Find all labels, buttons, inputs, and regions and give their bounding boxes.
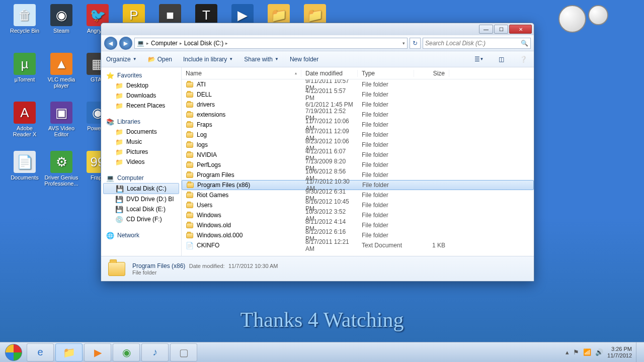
chevron-right-icon[interactable]: ▸: [180, 41, 182, 46]
search-input[interactable]: [425, 40, 521, 47]
volume-icon[interactable]: 🔊: [595, 348, 603, 356]
taskbar-button[interactable]: ◉: [113, 343, 140, 361]
dropdown-arrow-icon[interactable]: ▸: [146, 41, 149, 46]
file-row[interactable]: extensions7/19/2011 2:52 PMFile folder: [182, 110, 534, 120]
cpu-meter-gadget[interactable]: [558, 5, 619, 45]
file-row[interactable]: drivers6/1/2012 1:45 PMFile folder: [182, 100, 534, 110]
share-with-menu[interactable]: Share with▼: [244, 56, 279, 63]
folder-icon: [186, 181, 194, 189]
sidebar-item[interactable]: 💾DVD Drive (D:) BI: [101, 194, 181, 204]
file-row[interactable]: Windows.old.0008/12/2012 6:16 PMFile fol…: [182, 230, 534, 240]
folder-icon: [186, 201, 194, 209]
search-icon[interactable]: 🔍: [521, 40, 528, 47]
file-row[interactable]: Users8/16/2012 10:45 PMFile folder: [182, 200, 534, 210]
sidebar-item[interactable]: 📁Videos: [101, 157, 181, 167]
details-title: Program Files (x86): [132, 262, 185, 269]
sidebar-item[interactable]: 📁Documents: [101, 127, 181, 137]
sidebar-item[interactable]: 💾Local Disk (C:): [103, 183, 179, 194]
column-name[interactable]: Name▴: [182, 70, 301, 77]
desktop-icon[interactable]: AAdobe Reader X: [8, 102, 42, 137]
desktop-icon[interactable]: 🗑Recycle Bin: [8, 4, 42, 34]
chevron-right-icon[interactable]: ▸: [225, 41, 228, 46]
open-button[interactable]: 📂Open: [148, 56, 172, 63]
sort-arrow-icon: ▴: [295, 71, 297, 75]
sidebar-group-computer[interactable]: 💻Computer: [101, 173, 181, 183]
help-button[interactable]: ❔: [518, 54, 529, 65]
column-date[interactable]: Date modified: [301, 70, 358, 77]
nav-bar: ◄ ► 💻 ▸ Computer ▸ Local Disk (C:) ▸ ▾ ↻…: [101, 35, 534, 51]
desktop-icon[interactable]: ◉Steam: [44, 4, 78, 34]
file-row[interactable]: PerfLogs7/13/2009 8:20 PMFile folder: [182, 160, 534, 170]
refresh-button[interactable]: ↻: [410, 38, 421, 49]
desktop-icon[interactable]: ⚙Driver Genius Professione...: [44, 151, 78, 187]
file-icon: 📄: [186, 241, 194, 249]
folder-icon: [186, 80, 194, 88]
sidebar-item[interactable]: 💿CD Drive (F:): [101, 214, 181, 224]
file-row[interactable]: ATI9/11/2011 10:57 PMFile folder: [182, 79, 534, 89]
taskbar: e📁▶◉♪▢ ▴ ⚑ 📶 🔊 3:26 PM 11/7/2012: [0, 342, 644, 362]
folder-icon: [107, 259, 126, 279]
file-row[interactable]: Windows10/3/2012 3:52 AMFile folder: [182, 210, 534, 220]
desktop-icon[interactable]: µµTorrent: [8, 53, 42, 82]
back-button[interactable]: ◄: [104, 37, 117, 50]
breadcrumb-localdisk[interactable]: Local Disk (C:): [184, 40, 224, 47]
folder-icon: [186, 131, 194, 139]
folder-icon: [186, 151, 194, 159]
file-list[interactable]: ATI9/11/2011 10:57 PMFile folderDELL4/12…: [182, 79, 534, 256]
desktop-icon[interactable]: ▣AVS Video Editor: [44, 102, 78, 137]
sidebar-item[interactable]: 📁Pictures: [101, 147, 181, 157]
minimize-button[interactable]: —: [479, 25, 493, 34]
folder-icon: [186, 231, 194, 239]
sidebar-group-favorites[interactable]: ⭐Favorites: [101, 70, 181, 80]
taskbar-button[interactable]: e: [27, 343, 54, 361]
file-row[interactable]: Program Files (x86)11/7/2012 10:30 AMFil…: [182, 180, 534, 190]
sidebar-item[interactable]: 📁Downloads: [101, 90, 181, 101]
overlay-caption: Thanks 4 Watching: [0, 308, 644, 332]
view-options-button[interactable]: ☰ ▼: [473, 54, 485, 65]
maximize-button[interactable]: ☐: [494, 25, 508, 34]
address-bar[interactable]: 💻 ▸ Computer ▸ Local Disk (C:) ▸ ▾: [134, 38, 408, 49]
file-row[interactable]: Riot Games9/30/2012 6:31 PMFile folder: [182, 190, 534, 200]
window-titlebar[interactable]: — ☐ ✕: [101, 23, 534, 35]
action-center-icon[interactable]: ⚑: [573, 348, 579, 356]
sidebar-group-network[interactable]: 🌐Network: [101, 230, 181, 240]
search-box[interactable]: 🔍: [423, 38, 531, 49]
taskbar-button[interactable]: ▢: [170, 343, 197, 361]
folder-icon: [186, 171, 194, 179]
desktop-icon[interactable]: 📄Documents: [8, 151, 42, 180]
file-row[interactable]: logs8/23/2012 10:06 AMFile folder: [182, 140, 534, 150]
taskbar-button[interactable]: ♪: [141, 343, 169, 361]
file-row[interactable]: DELL4/12/2011 5:57 PMFile folder: [182, 89, 534, 100]
nav-pane: ⭐Favorites📁Desktop📁Downloads📁Recent Plac…: [101, 67, 182, 256]
sidebar-group-libraries[interactable]: 📚Libraries: [101, 117, 181, 127]
new-folder-button[interactable]: New folder: [290, 56, 318, 63]
sidebar-item[interactable]: 💾Local Disk (E:): [101, 204, 181, 214]
show-desktop-button[interactable]: [636, 342, 642, 363]
taskbar-button[interactable]: ▶: [84, 343, 111, 361]
folder-icon: [186, 161, 194, 169]
column-size[interactable]: Size: [414, 70, 449, 77]
address-dropdown-icon[interactable]: ▾: [403, 41, 405, 46]
show-hidden-icons[interactable]: ▴: [566, 348, 569, 356]
file-row[interactable]: 📄CKINFO8/17/2011 12:21 AMText Document1 …: [182, 240, 534, 250]
file-row[interactable]: Fraps11/7/2012 10:06 AMFile folder: [182, 120, 534, 130]
file-row[interactable]: Log8/17/2011 12:09 AMFile folder: [182, 130, 534, 140]
preview-pane-button[interactable]: ◫: [496, 54, 507, 65]
close-button[interactable]: ✕: [509, 25, 532, 34]
sidebar-item[interactable]: 📁Music: [101, 137, 181, 147]
breadcrumb-computer[interactable]: Computer: [151, 40, 178, 47]
forward-button[interactable]: ►: [119, 37, 132, 50]
taskbar-button[interactable]: 📁: [55, 343, 83, 361]
desktop-icon[interactable]: ▲VLC media player: [44, 53, 78, 88]
column-type[interactable]: Type: [358, 70, 414, 77]
sidebar-item[interactable]: 📁Desktop: [101, 80, 181, 90]
start-button[interactable]: [2, 343, 25, 361]
details-meta-value: 11/7/2012 10:30 AM: [228, 263, 278, 269]
organize-menu[interactable]: Organize▼: [106, 56, 137, 63]
clock[interactable]: 3:26 PM 11/7/2012: [607, 346, 632, 359]
sidebar-item[interactable]: 📁Recent Places: [101, 101, 181, 111]
network-icon[interactable]: 📶: [583, 348, 591, 356]
file-row[interactable]: NVIDIA4/12/2011 6:07 PMFile folder: [182, 150, 534, 160]
file-row[interactable]: Windows.old8/11/2012 4:14 PMFile folder: [182, 220, 534, 230]
include-library-menu[interactable]: Include in library▼: [183, 56, 233, 63]
